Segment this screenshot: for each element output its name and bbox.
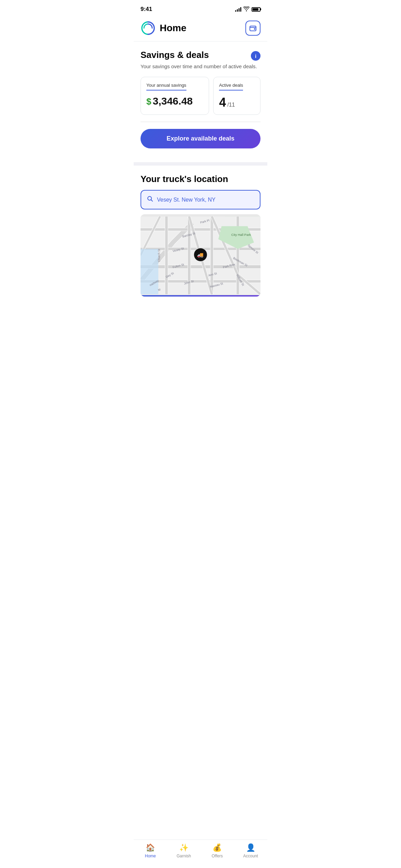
header-left: Home xyxy=(141,21,186,36)
svg-text:🚚: 🚚 xyxy=(197,252,204,258)
battery-icon xyxy=(252,7,260,12)
info-button[interactable]: i xyxy=(251,51,260,61)
dollar-sign: $ xyxy=(146,96,151,107)
search-icon xyxy=(147,195,154,204)
active-deals-label: Active deals xyxy=(219,83,243,91)
map-container[interactable]: Park Pl Barclay St Vesey St Church St Fu… xyxy=(141,214,260,297)
wallet-button[interactable] xyxy=(245,21,260,36)
location-title: Your truck's location xyxy=(141,174,260,184)
savings-cards-row: Your annual savings $ 3,346.48 Active de… xyxy=(141,77,260,115)
active-deals-value-row: 4 /11 xyxy=(219,95,255,110)
status-time: 9:41 xyxy=(141,6,152,13)
svg-text:City Hall Park: City Hall Park xyxy=(231,233,251,237)
signal-bars-icon xyxy=(235,7,241,12)
savings-section: Savings & deals i Your savings over time… xyxy=(134,41,267,155)
savings-subtitle: Your savings over time and number of act… xyxy=(141,63,260,70)
app-title: Home xyxy=(160,23,186,34)
explore-deals-button[interactable]: Explore available deals xyxy=(141,129,260,148)
location-section: Your truck's location Vesey St. New York… xyxy=(134,166,267,302)
savings-title: Savings & deals xyxy=(141,50,209,60)
search-location-text: Vesey St. New York, NY xyxy=(157,197,216,203)
svg-rect-23 xyxy=(141,249,158,294)
section-separator xyxy=(134,162,267,166)
app-header: Home xyxy=(134,16,267,41)
wifi-icon xyxy=(243,7,250,12)
map-svg: Park Pl Barclay St Vesey St Church St Fu… xyxy=(141,214,260,297)
svg-rect-2 xyxy=(254,28,255,30)
annual-savings-value-row: $ 3,346.48 xyxy=(146,95,203,107)
svg-text:Church St: Church St xyxy=(157,249,161,262)
svg-point-0 xyxy=(141,21,155,35)
active-deals-card: Active deals 4 /11 xyxy=(213,77,260,115)
cards-divider xyxy=(141,122,260,122)
active-deals-count: 4 xyxy=(219,95,226,110)
savings-amount: 3,346.48 xyxy=(153,95,193,107)
location-search-box[interactable]: Vesey St. New York, NY xyxy=(141,190,260,209)
status-bar: 9:41 xyxy=(134,0,267,16)
annual-savings-card: Your annual savings $ 3,346.48 xyxy=(141,77,209,115)
active-deals-total: /11 xyxy=(227,102,235,108)
app-logo-icon xyxy=(141,21,156,36)
status-icons xyxy=(235,7,260,12)
annual-savings-label: Your annual savings xyxy=(146,83,186,91)
section-header: Savings & deals i xyxy=(141,50,260,61)
